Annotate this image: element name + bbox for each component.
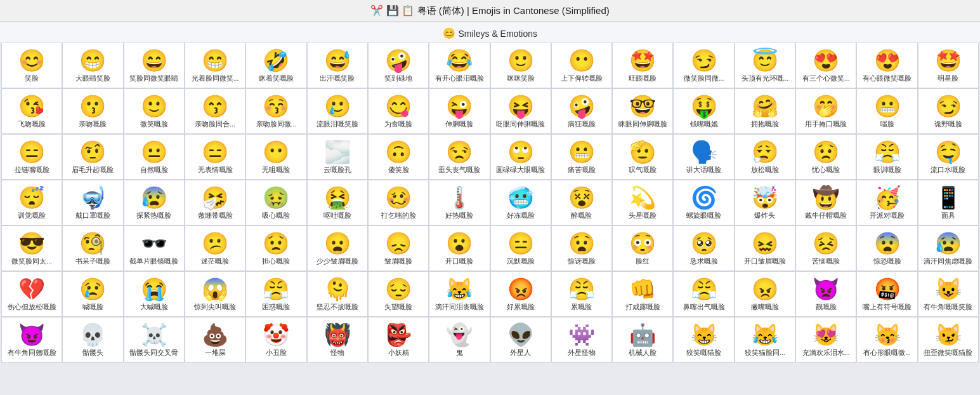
emoji-cell[interactable]: 🤣眯着笑嘅脸 [245, 43, 306, 88]
emoji-cell[interactable]: 😕迷茫嘅脸 [185, 225, 245, 271]
emoji-cell[interactable]: 😤累嘅脸 [551, 271, 612, 317]
emoji-cell[interactable]: 🤓眯眼同伸脷嘅脸 [612, 88, 673, 134]
emoji-cell[interactable]: 🥴打乞嗤的脸 [368, 180, 429, 225]
emoji-cell[interactable]: 💩一堆屎 [185, 317, 245, 363]
emoji-cell[interactable]: 😠撇嘴嘅脸 [735, 271, 795, 317]
emoji-cell[interactable]: 👿靓嘅脸 [795, 271, 856, 317]
emoji-cell[interactable]: 📱面具 [918, 180, 979, 225]
emoji-cell[interactable]: 😮‍💨放松嘅脸 [735, 134, 795, 180]
emoji-cell[interactable]: 😏诡野嘅脸 [918, 88, 979, 134]
emoji-cell[interactable]: 😗亲吻嘅脸 [62, 88, 123, 134]
emoji-cell[interactable]: 😄笑脸同微笑眼睛 [124, 43, 185, 88]
emoji-cell[interactable]: 🤤流口水嘅脸 [918, 134, 979, 180]
emoji-cell[interactable]: 🤠戴牛仔帽嘅脸 [795, 180, 856, 225]
emoji-cell[interactable]: 💔伤心但放松嘅脸 [1, 271, 62, 317]
emoji-cell[interactable]: 😳脸红 [612, 225, 673, 271]
emoji-cell[interactable]: 😸狡笑嘅猫脸 [673, 317, 734, 363]
emoji-cell[interactable]: 😢喊嘅脸 [62, 271, 123, 317]
emoji-cell[interactable]: 🙂咪咪笑脸 [490, 43, 551, 88]
emoji-cell[interactable]: 🙂微笑嘅脸 [124, 88, 185, 134]
emoji-cell[interactable]: 🥺恳求嘅脸 [673, 225, 734, 271]
emoji-cell[interactable]: 🤩明星脸 [918, 43, 979, 88]
emoji-cell[interactable]: 😔失望嘅脸 [368, 271, 429, 317]
emoji-cell[interactable]: 😮开口嘅脸 [429, 225, 490, 271]
emoji-cell[interactable]: 🤬嘴上有符号嘅脸 [856, 271, 917, 317]
emoji-cell[interactable]: 😤鼻噻出气嘅脸 [673, 271, 734, 317]
emoji-cell[interactable]: 😑拉链嘴嘅脸 [1, 134, 62, 180]
emoji-cell[interactable]: 👹怪物 [307, 317, 368, 363]
emoji-cell[interactable]: 😹滴汗同泪丧嘅脸 [429, 271, 490, 317]
emoji-cell[interactable]: 😱惊到尖叫嘅脸 [185, 271, 245, 317]
emoji-cell[interactable]: 😨惊恐嘅脸 [856, 225, 917, 271]
emoji-cell[interactable]: 🌫️云嘅脸孔 [307, 134, 368, 180]
emoji-cell[interactable]: 😖开口皱眉嘅脸 [735, 225, 795, 271]
emoji-cell[interactable]: 🫠坚忍不拔嘅脸 [307, 271, 368, 317]
emoji-cell[interactable]: 😤困惑嘅脸 [245, 271, 306, 317]
emoji-cell[interactable]: 😊笑脸 [1, 43, 62, 88]
emoji-cell[interactable]: 😂有开心眼泪嘅脸 [429, 43, 490, 88]
emoji-cell[interactable]: 😦少少皱眉嘅脸 [307, 225, 368, 271]
emoji-cell[interactable]: 🤖机械人脸 [612, 317, 673, 363]
emoji-cell[interactable]: 🗣️讲大话嘅脸 [673, 134, 734, 180]
emoji-cell[interactable]: 😶上下俾转嘅脸 [551, 43, 612, 88]
emoji-cell[interactable]: 👻鬼 [429, 317, 490, 363]
emoji-cell[interactable]: 💫头星嘅脸 [612, 180, 673, 225]
emoji-cell[interactable]: 😟担心嘅脸 [245, 225, 306, 271]
emoji-cell[interactable]: 😇头顶有光环嘅... [735, 43, 795, 88]
emoji-cell[interactable]: 😎微笑脸同太... [1, 225, 62, 271]
emoji-cell[interactable]: 👺小妖精 [368, 317, 429, 363]
emoji-cell[interactable]: 😁光着脸同微笑... [185, 43, 245, 88]
emoji-cell[interactable]: 🤭用手掩口嘅脸 [795, 88, 856, 134]
emoji-cell[interactable]: 😰探紧热嘅脸 [124, 180, 185, 225]
emoji-cell[interactable]: 😍有三个心微笑... [795, 43, 856, 88]
emoji-cell[interactable]: 😑无表情嘅脸 [185, 134, 245, 180]
emoji-cell[interactable]: 😘飞吻嘅脸 [1, 88, 62, 134]
emoji-cell[interactable]: 👊打咸露嘅脸 [612, 271, 673, 317]
emoji-cell[interactable]: 😟忧心嘅脸 [795, 134, 856, 180]
emoji-cell[interactable]: 🌀螺旋眼嘅脸 [673, 180, 734, 225]
emoji-cell[interactable]: 😧惊讶嘅脸 [551, 225, 612, 271]
emoji-cell[interactable]: 😽有心形眼嘅微... [856, 317, 917, 363]
emoji-cell[interactable]: 😡好累嘅脸 [490, 271, 551, 317]
emoji-cell[interactable]: 🤨眉毛升起嘅脸 [62, 134, 123, 180]
emoji-cell[interactable]: 🌡️好热嘅脸 [429, 180, 490, 225]
emoji-cell[interactable]: 🤗拥抱嘅脸 [735, 88, 795, 134]
emoji-cell[interactable]: 🥳开派对嘅脸 [856, 180, 917, 225]
emoji-cell[interactable]: 😚亲吻脸同微... [245, 88, 306, 134]
emoji-cell[interactable]: 🧐书呆子嘅脸 [62, 225, 123, 271]
emoji-cell[interactable]: 😈有牛角同翹嘅脸 [1, 317, 62, 363]
emoji-cell[interactable]: 😒垂头丧气嘅脸 [429, 134, 490, 180]
emoji-cell[interactable]: 🤪病狂嘅脸 [551, 88, 612, 134]
emoji-cell[interactable]: 😐自然嘅脸 [124, 134, 185, 180]
emoji-cell[interactable]: 😵醉嘅脸 [551, 180, 612, 225]
emoji-cell[interactable]: 👽外星人 [490, 317, 551, 363]
emoji-cell[interactable]: 😶无咀嘅脸 [245, 134, 306, 180]
emoji-cell[interactable]: 🤯爆炸头 [735, 180, 795, 225]
emoji-cell[interactable]: 😑沉默嘅脸 [490, 225, 551, 271]
emoji-cell[interactable]: 🤮呕吐嘅脸 [307, 180, 368, 225]
emoji-cell[interactable]: 😍有心眼微笑嘅脸 [856, 43, 917, 88]
emoji-cell[interactable]: 😏微笑脸同微... [673, 43, 734, 88]
emoji-cell[interactable]: 🤧敷绷带嘅脸 [185, 180, 245, 225]
emoji-cell[interactable]: 🙄圆碌碌大眼嘅脸 [490, 134, 551, 180]
emoji-cell[interactable]: 👾外星怪物 [551, 317, 612, 363]
emoji-cell[interactable]: ☠️骷髅头同交叉骨 [124, 317, 185, 363]
emoji-cell[interactable]: 😞皱眉嘅脸 [368, 225, 429, 271]
emoji-cell[interactable]: 😭大喊嘅脸 [124, 271, 185, 317]
emoji-cell[interactable]: 🤡小丑脸 [245, 317, 306, 363]
emoji-cell[interactable]: 😙亲吻脸同合... [185, 88, 245, 134]
emoji-cell[interactable]: 😜伸脷嘅脸 [429, 88, 490, 134]
emoji-cell[interactable]: 🥲流眼泪嘅笑脸 [307, 88, 368, 134]
emoji-cell[interactable]: 😋为食嘅脸 [368, 88, 429, 134]
emoji-cell[interactable]: 🥶好冻嘅脸 [490, 180, 551, 225]
emoji-cell[interactable]: 😻充满欢乐泪水... [795, 317, 856, 363]
emoji-cell[interactable]: 😴训觉嘅脸 [1, 180, 62, 225]
emoji-cell[interactable]: 😅出汗嘅笑脸 [307, 43, 368, 88]
emoji-cell[interactable]: 😣苦恼嘅脸 [795, 225, 856, 271]
emoji-cell[interactable]: 🤑钱嘴嘅嫓 [673, 88, 734, 134]
emoji-cell[interactable]: 😤眼训嘅脸 [856, 134, 917, 180]
emoji-cell[interactable]: 💀骷髅头 [62, 317, 123, 363]
emoji-cell[interactable]: 🕶️截单片眼镜嘅脸 [124, 225, 185, 271]
emoji-cell[interactable]: 🤢吸心嘅脸 [245, 180, 306, 225]
emoji-cell[interactable]: 😺有牛角嘅嘅笑脸 [918, 271, 979, 317]
